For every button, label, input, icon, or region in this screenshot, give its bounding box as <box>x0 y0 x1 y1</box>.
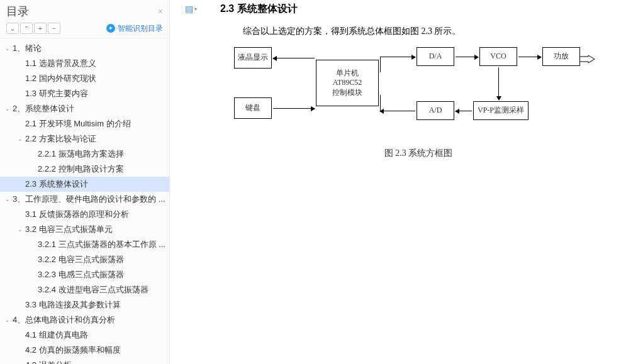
document-body: 2.3 系统整体设计 综合以上选定的方案，得到系统总体框图如图 2.3 所示。 … <box>170 0 621 364</box>
dropdown-icon: ▾ <box>194 6 197 12</box>
close-icon[interactable]: × <box>158 6 163 16</box>
toc-item-label: 3.2.3 电感三点式振荡器 <box>38 269 124 280</box>
chevron-down-icon: ⌄ <box>4 103 11 114</box>
arrow <box>273 108 315 109</box>
toc-item-label: 3.1 反馈振荡器的原理和分析 <box>25 209 129 220</box>
block-mcu: 单片机 AT89C52 控制模块 <box>316 60 379 106</box>
toc-item[interactable]: 2.2.2 控制电路设计方案 <box>0 162 169 177</box>
toc-item-label: 2.2.2 控制电路设计方案 <box>38 163 124 175</box>
zoom-out-button[interactable]: − <box>48 23 60 34</box>
chevron-down-icon: ⌄ <box>16 133 24 145</box>
toc-item-label: 1.3 研究主要内容 <box>25 88 88 99</box>
toc-item-label: 2.2 方案比较与论证 <box>25 133 96 145</box>
page-icon: ▤ <box>185 4 193 14</box>
toc-item[interactable]: 3.2.3 电感三点式振荡器 <box>0 267 169 282</box>
figure-caption: 图 2.3 系统方框图 <box>233 148 604 159</box>
toc-item-label: 4、总体电路设计和仿真分析 <box>13 314 115 326</box>
toc-item[interactable]: 1.1 选题背景及意义 <box>0 56 169 71</box>
toc-item[interactable]: 2.2.1 振荡电路方案选择 <box>0 146 169 162</box>
block-mcu-line3: 控制模块 <box>332 88 362 98</box>
toc-item[interactable]: ⌄3、工作原理、硬件电路的设计和参数的 ... <box>0 192 169 207</box>
chevron-down-icon: ⌄ <box>4 43 11 54</box>
toc-item-label: 2.1 开发环境 Multisim 的介绍 <box>25 118 131 130</box>
arrow <box>273 58 315 58</box>
toc-item-label: 2.3 系统整体设计 <box>25 179 88 190</box>
toc-item-label: 4.3 误差分析 <box>25 360 72 364</box>
block-lcd: 液晶显示 <box>234 47 272 69</box>
toc-item[interactable]: 3.2.4 改进型电容三点式振荡器 <box>0 282 169 297</box>
toc-item[interactable]: 4.1 组建仿真电路 <box>0 328 169 343</box>
chevron-down-icon: ⌄ <box>4 194 11 205</box>
toc-item[interactable]: 4.2 仿真的振荡频率和幅度 <box>0 343 169 358</box>
toc-item[interactable]: ⌄3.2 电容三点式振荡单元 <box>0 222 169 237</box>
toolbar-left: ⌄ ⌃ + − <box>6 23 60 34</box>
toc-item[interactable]: 3.2.2 电容三点式振荡器 <box>0 252 169 267</box>
toc-item[interactable]: 1.3 研究主要内容 <box>0 86 169 101</box>
toc-item-label: 2.2.1 振荡电路方案选择 <box>38 148 124 160</box>
output-arrow-icon <box>579 55 595 63</box>
toc-item-label: 3.2.2 电容三点式振荡器 <box>38 254 124 265</box>
block-diagram: 液晶显示 键盘 单片机 AT89C52 控制模块 D/A VCO 功放 A/D … <box>234 47 605 141</box>
toc-item-label: 4.1 组建仿真电路 <box>25 329 88 341</box>
toc-item-label: 1、绪论 <box>13 43 42 54</box>
toc-item-label: 3.2.4 改进型电容三点式振荡器 <box>38 284 148 295</box>
toc-item[interactable]: 3.3 电路连接及其参数计算 <box>0 297 169 312</box>
toc-item[interactable]: ⌄4、总体电路设计和仿真分析 <box>0 312 169 328</box>
document-view-icon[interactable]: ▤ ▾ <box>185 4 197 14</box>
block-mcu-line2: AT89C52 <box>333 78 362 88</box>
arrow <box>380 111 415 111</box>
sidebar-toolbar: ⌄ ⌃ + − ✦ 智能识别目录 <box>0 21 169 38</box>
main-content: ▤ ▾ 2.3 系统整体设计 综合以上选定的方案，得到系统总体框图如图 2.3 … <box>170 0 621 364</box>
toc-item[interactable]: 3.2.1 三点式振荡器的基本工作原 ... <box>0 237 169 252</box>
arrow <box>498 67 499 100</box>
block-ad: A/D <box>417 101 454 120</box>
toc-item-label: 3.3 电路连接及其参数计算 <box>25 299 121 311</box>
svg-marker-0 <box>579 55 595 63</box>
toc-item[interactable]: 2.3 系统整体设计 <box>0 177 169 192</box>
toc-item[interactable]: 4.3 误差分析 <box>0 358 169 364</box>
toc-item-label: 4.2 仿真的振荡频率和幅度 <box>25 345 121 356</box>
section-heading: 2.3 系统整体设计 <box>220 3 605 16</box>
toc-item[interactable]: 2.1 开发环境 Multisim 的介绍 <box>0 116 169 131</box>
arrow <box>518 57 541 57</box>
arrow <box>456 57 478 57</box>
block-mcu-line1: 单片机 <box>336 69 359 79</box>
toc-item-label: 3.2 电容三点式振荡单元 <box>25 224 113 235</box>
toc-item-label: 1.1 选题背景及意义 <box>25 58 96 69</box>
toc-item[interactable]: 3.1 反馈振荡器的原理和分析 <box>0 207 169 222</box>
block-vco: VCO <box>479 47 517 66</box>
arrow <box>456 111 472 111</box>
toc-item-label: 1.2 国内外研究现状 <box>25 73 96 84</box>
toc-item[interactable]: ⌄2、系统整体设计 <box>0 101 169 116</box>
toc-list: ⌄1、绪论1.1 选题背景及意义1.2 国内外研究现状1.3 研究主要内容⌄2、… <box>0 38 169 364</box>
toc-item-label: 3、工作原理、硬件电路的设计和参数的 ... <box>13 194 165 205</box>
block-da: D/A <box>417 47 454 66</box>
toc-item[interactable]: ⌄2.2 方案比较与论证 <box>0 131 169 146</box>
sidebar: 目录 × ⌄ ⌃ + − ✦ 智能识别目录 ⌄1、绪论1.1 选题背景及意义1.… <box>0 0 170 364</box>
sidebar-header: 目录 × <box>0 0 169 21</box>
toc-item[interactable]: 1.2 国内外研究现状 <box>0 71 169 86</box>
chevron-down-icon: ⌄ <box>16 224 24 235</box>
collapse-button[interactable]: ⌄ <box>6 23 19 34</box>
paragraph: 综合以上选定的方案，得到系统总体框图如图 2.3 所示。 <box>243 26 605 37</box>
smart-toc-label: 智能识别目录 <box>118 23 163 34</box>
toc-item[interactable]: ⌄1、绪论 <box>0 41 169 56</box>
smart-toc-button[interactable]: ✦ 智能识别目录 <box>106 23 163 34</box>
block-keyboard: 键盘 <box>234 97 272 119</box>
sidebar-title: 目录 <box>6 4 29 19</box>
arrow <box>380 57 415 57</box>
chevron-down-icon: ⌄ <box>4 314 11 326</box>
block-pa: 功放 <box>542 47 580 66</box>
expand-up-button[interactable]: ⌃ <box>20 23 33 34</box>
toc-item-label: 3.2.1 三点式振荡器的基本工作原 ... <box>38 239 165 250</box>
zoom-in-button[interactable]: + <box>34 23 47 34</box>
smart-toc-icon: ✦ <box>106 24 115 33</box>
block-vpp: VP-P监测采样 <box>473 101 529 120</box>
toc-item-label: 2、系统整体设计 <box>13 103 74 114</box>
